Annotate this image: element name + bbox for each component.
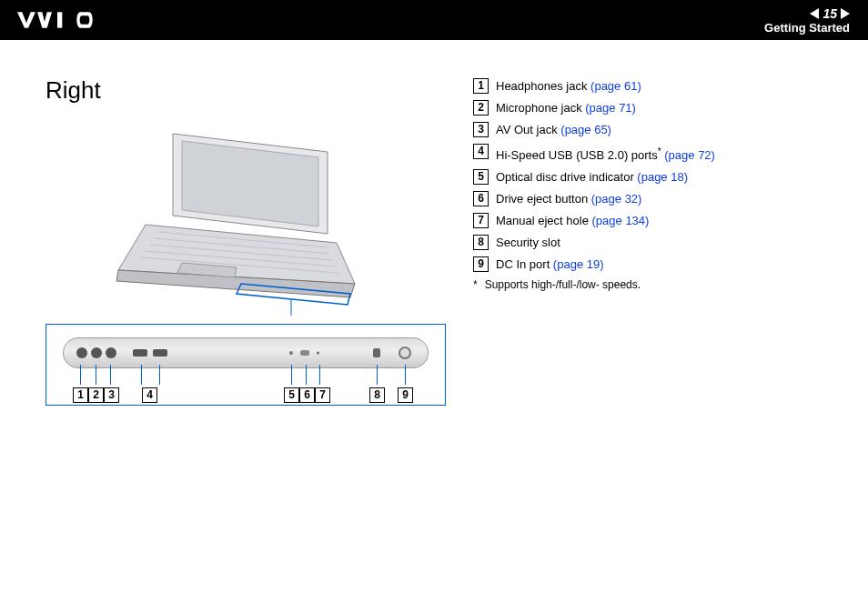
callout-5: 5: [284, 387, 299, 403]
legend-text: Manual eject hole: [496, 214, 592, 227]
legend-text: Hi-Speed USB (USB 2.0) ports: [496, 148, 658, 162]
leader-line: [141, 365, 142, 385]
callout-6: 6: [299, 387, 315, 403]
page-content: Right: [0, 40, 868, 406]
legend-item: 7 Manual eject hole (page 134): [473, 213, 715, 229]
page-link[interactable]: (page 65): [560, 123, 611, 136]
legend-text: AV Out jack: [496, 123, 560, 136]
header-bar: 15 Getting Started: [0, 0, 868, 40]
legend-num: 5: [473, 169, 489, 185]
legend-item: 1 Headphones jack (page 61): [473, 78, 715, 95]
eject-hole: [317, 352, 319, 355]
prev-page-icon[interactable]: [810, 8, 819, 19]
port-headphones: [76, 347, 87, 358]
callout-3: 3: [104, 387, 119, 403]
legend-num: 1: [473, 78, 489, 94]
port-av-out: [106, 347, 116, 358]
callout-4: 4: [142, 387, 157, 403]
leader-line: [96, 365, 96, 385]
page-link[interactable]: (page 32): [591, 192, 642, 206]
legend-text: Drive eject button: [496, 192, 591, 206]
legend-num: 9: [473, 256, 489, 272]
page-link[interactable]: (page 71): [585, 101, 636, 115]
legend-item: 8 Security slot: [473, 235, 715, 251]
legend-item: 6 Drive eject button (page 32): [473, 191, 715, 207]
legend-text: Microphone jack: [496, 101, 585, 115]
legend-item: 2 Microphone jack (page 71): [473, 100, 715, 116]
leader-line: [80, 365, 81, 385]
port-usb-1: [133, 349, 147, 357]
callout-row: 1 2 3 4 5 6 7 8 9: [46, 385, 445, 405]
security-slot: [373, 348, 380, 357]
legend-text: Optical disc drive indicator: [496, 170, 637, 184]
dc-in-port: [399, 347, 411, 359]
leader-line: [319, 365, 320, 385]
callout-9: 9: [398, 387, 413, 403]
page-link[interactable]: (page 61): [590, 79, 641, 93]
footnote-mark: *: [473, 278, 478, 291]
callout-1: 1: [73, 387, 88, 403]
legend-num: 4: [473, 144, 489, 159]
optical-indicator: [289, 351, 293, 355]
legend-text: DC In port: [496, 257, 553, 271]
laptop-illustration: [109, 125, 382, 316]
legend-item: 3 AV Out jack (page 65): [473, 122, 715, 138]
svg-rect-0: [57, 12, 62, 27]
legend-num: 8: [473, 235, 489, 250]
side-panel: [63, 337, 429, 368]
header-right: 15 Getting Started: [764, 6, 850, 35]
legend-num: 7: [473, 213, 489, 228]
legend-num: 6: [473, 191, 489, 206]
page-number: 15: [823, 6, 837, 21]
callout-7: 7: [315, 387, 330, 403]
callout-2: 2: [88, 387, 104, 403]
page-link[interactable]: (page 19): [553, 257, 604, 271]
eject-button: [300, 350, 309, 356]
figure: 1 2 3 4 5 6 7 8 9: [45, 125, 446, 406]
footnote-text: Supports high-/full-/low- speeds.: [485, 278, 641, 291]
page-link[interactable]: (page 72): [664, 148, 715, 162]
next-page-icon[interactable]: [841, 8, 850, 19]
leader-line: [291, 365, 292, 385]
legend-item: 5 Optical disc drive indicator (page 18): [473, 169, 715, 186]
legend-text: Security slot: [496, 236, 560, 249]
section-name: Getting Started: [764, 21, 850, 35]
page-title: Right: [45, 76, 446, 105]
figure-column: Right: [45, 76, 446, 406]
legend-text: Headphones jack: [496, 79, 590, 93]
legend-num: 2: [473, 100, 489, 116]
side-view-detail: 1 2 3 4 5 6 7 8 9: [45, 324, 446, 406]
page-link[interactable]: (page 18): [637, 170, 688, 184]
leader-line: [405, 365, 406, 385]
legend-item: 9 DC In port (page 19): [473, 256, 715, 273]
vaio-logo: [15, 11, 115, 29]
leader-line: [306, 365, 307, 385]
legend-column: 1 Headphones jack (page 61) 2 Microphone…: [473, 76, 715, 406]
leader-line: [110, 365, 111, 385]
callout-8: 8: [369, 387, 385, 403]
port-usb-2: [153, 349, 167, 357]
leader-line: [377, 365, 378, 385]
port-microphone: [91, 347, 102, 358]
page-nav: 15: [810, 6, 850, 21]
footnote: * Supports high-/full-/low- speeds.: [473, 278, 715, 291]
leader-line: [159, 365, 160, 385]
legend-num: 3: [473, 122, 489, 137]
legend-item: 4 Hi-Speed USB (USB 2.0) ports* (page 72…: [473, 144, 715, 164]
page-link[interactable]: (page 134): [592, 214, 650, 227]
